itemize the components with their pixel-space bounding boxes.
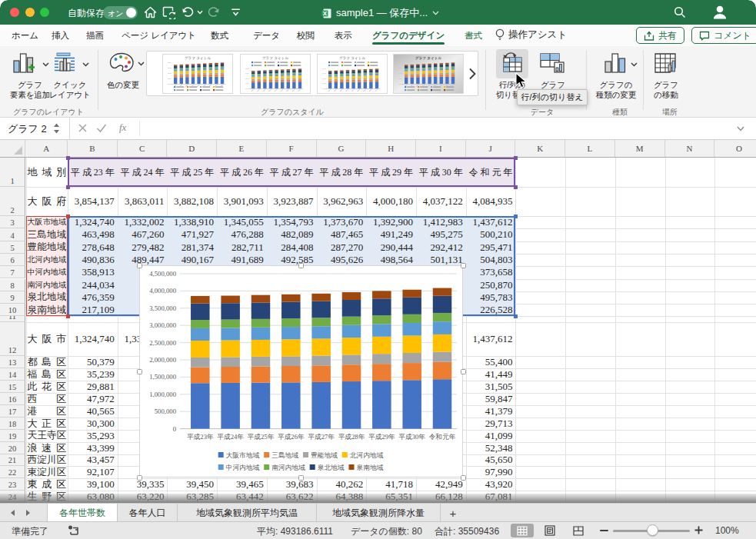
cell-A17[interactable]: 港区 xyxy=(26,405,68,418)
row-header-3[interactable]: 3 xyxy=(0,216,25,228)
title-menu-chevron-icon[interactable] xyxy=(432,11,439,15)
cell-J13[interactable]: 55,400 xyxy=(466,356,516,368)
cell-B19[interactable]: 35,293 xyxy=(68,430,118,442)
chart-resize-handle[interactable] xyxy=(461,263,466,268)
cell-A21[interactable]: 西淀川区 xyxy=(26,454,68,467)
cell-E4[interactable]: 476,288 xyxy=(217,228,267,241)
cell-A4[interactable]: 三島地域 xyxy=(26,228,68,241)
formula-input[interactable] xyxy=(140,118,732,139)
column-header-C[interactable]: C xyxy=(118,140,168,157)
menu-tab-formulas[interactable]: 数式 xyxy=(211,30,228,42)
cell-D6[interactable]: 490,167 xyxy=(167,254,217,266)
row-header-19[interactable]: 19 xyxy=(0,430,25,442)
add-sheet-button[interactable]: + xyxy=(445,504,461,522)
column-header-J[interactable]: J xyxy=(466,140,516,157)
cell-G2[interactable]: 3,962,963 xyxy=(317,187,367,216)
chart-object[interactable]: 0500,0001,000,0001,500,0002,000,0002,500… xyxy=(139,265,463,477)
cell-B5[interactable]: 278,648 xyxy=(68,241,118,254)
cell-B15[interactable]: 29,881 xyxy=(68,381,118,393)
cell-A15[interactable]: 此花区 xyxy=(26,381,68,393)
column-header-O[interactable]: O xyxy=(714,140,756,157)
cell-A12[interactable]: 大阪市 xyxy=(26,322,68,356)
cell-J5[interactable]: 295,471 xyxy=(466,241,516,254)
cell-F4[interactable]: 482,089 xyxy=(267,228,317,241)
menu-tab-home[interactable]: ホーム xyxy=(12,30,38,42)
cell-J10[interactable]: 226,528 xyxy=(466,304,516,316)
save-sync-icon[interactable] xyxy=(162,6,176,19)
cell-I3[interactable]: 1,412,983 xyxy=(416,216,466,228)
close-window-button[interactable] xyxy=(10,8,19,17)
minimize-window-button[interactable] xyxy=(25,8,35,17)
cell-B6[interactable]: 490,836 xyxy=(68,254,118,266)
cell-B2[interactable]: 3,854,137 xyxy=(68,187,118,216)
cell-B16[interactable]: 47,972 xyxy=(68,393,118,405)
cell-J18[interactable]: 29,713 xyxy=(466,418,516,430)
cell-J2[interactable]: 4,084,935 xyxy=(466,187,516,216)
cell-C2[interactable]: 3,863,011 xyxy=(118,187,168,216)
select-all-corner[interactable] xyxy=(0,140,25,157)
menu-tab-chart-design[interactable]: グラフのデザイン xyxy=(372,30,445,42)
cell-B23[interactable]: 39,100 xyxy=(68,478,118,491)
cell-G3[interactable]: 1,373,670 xyxy=(317,216,367,228)
cell-E2[interactable]: 3,901,093 xyxy=(217,187,267,216)
home-icon[interactable] xyxy=(144,6,157,18)
cell-B7[interactable]: 358,913 xyxy=(68,266,118,278)
row-header-13[interactable]: 13 xyxy=(0,356,25,368)
cell-E3[interactable]: 1,345,055 xyxy=(217,216,267,228)
cell-F5[interactable]: 284,408 xyxy=(267,241,317,254)
comments-button[interactable]: コメント xyxy=(691,27,756,44)
cell-B1[interactable]: 平成23年 xyxy=(68,158,118,187)
chart-resize-handle[interactable] xyxy=(137,263,142,268)
chart-resize-handle[interactable] xyxy=(137,369,142,374)
cell-E23[interactable]: 39,465 xyxy=(217,478,267,491)
zoom-out-button[interactable] xyxy=(600,529,608,532)
cell-J1[interactable]: 令和元年 xyxy=(466,158,516,187)
cell-J23[interactable]: 43,920 xyxy=(466,478,516,491)
chart-style-option-3[interactable]: グラフ タイトル xyxy=(317,54,388,94)
cell-J4[interactable]: 500,210 xyxy=(466,228,516,241)
cell-A20[interactable]: 浪速区 xyxy=(26,442,68,454)
zoom-level[interactable]: 100% xyxy=(715,525,739,536)
column-header-N[interactable]: N xyxy=(665,140,715,157)
cell-B13[interactable]: 50,379 xyxy=(68,356,118,368)
cell-A23[interactable]: 東成区 xyxy=(26,478,68,491)
cell-B14[interactable]: 35,239 xyxy=(68,368,118,381)
cell-F1[interactable]: 平成27年 xyxy=(267,158,317,187)
cell-J3[interactable]: 1,437,612 xyxy=(466,216,516,228)
cell-B9[interactable]: 476,359 xyxy=(68,291,118,304)
column-header-H[interactable]: H xyxy=(366,140,416,157)
cell-C1[interactable]: 平成24年 xyxy=(118,158,168,187)
cell-A13[interactable]: 都島区 xyxy=(26,356,68,368)
column-header-G[interactable]: G xyxy=(317,140,367,157)
cell-A2[interactable]: 大阪府 xyxy=(26,187,68,216)
cell-J17[interactable]: 41,379 xyxy=(466,405,516,418)
cell-B21[interactable]: 43,457 xyxy=(68,454,118,467)
sheet-tab-annual-households[interactable]: 各年世帯数 xyxy=(47,504,118,522)
name-box[interactable]: グラフ 2 xyxy=(0,118,70,139)
column-header-I[interactable]: I xyxy=(416,140,466,157)
cell-J21[interactable]: 45,650 xyxy=(466,454,516,467)
cell-H23[interactable]: 41,718 xyxy=(366,478,416,491)
insert-function-icon[interactable]: fx xyxy=(119,121,126,134)
cell-A5[interactable]: 豊能地域 xyxy=(26,241,68,254)
chart-style-option-2[interactable]: グラフ タイトル xyxy=(240,54,311,94)
cell-H4[interactable]: 491,249 xyxy=(366,228,416,241)
chart-resize-handle[interactable] xyxy=(298,263,304,268)
cell-H5[interactable]: 290,444 xyxy=(366,241,416,254)
quick-access-menu-icon[interactable] xyxy=(231,8,241,17)
cell-F2[interactable]: 3,923,887 xyxy=(267,187,317,216)
column-header-D[interactable]: D xyxy=(167,140,217,157)
row-header-6[interactable]: 6 xyxy=(0,254,25,266)
range-category-axis-handle[interactable] xyxy=(514,156,518,160)
account-avatar-icon[interactable] xyxy=(711,4,728,21)
cell-A8[interactable]: 南河内地域 xyxy=(26,279,68,291)
zoom-in-button[interactable] xyxy=(694,526,703,534)
sheet-tab-annual-population[interactable]: 各年人口 xyxy=(118,504,178,522)
cell-A3[interactable]: 大阪市地域 xyxy=(26,216,68,228)
cell-B20[interactable]: 43,399 xyxy=(68,442,118,454)
cell-D4[interactable]: 471,927 xyxy=(167,228,217,241)
row-header-11[interactable]: 11 xyxy=(0,316,25,321)
column-header-E[interactable]: E xyxy=(217,140,267,157)
cell-I2[interactable]: 4,037,122 xyxy=(416,187,466,216)
menu-tab-review[interactable]: 校閲 xyxy=(297,30,315,42)
